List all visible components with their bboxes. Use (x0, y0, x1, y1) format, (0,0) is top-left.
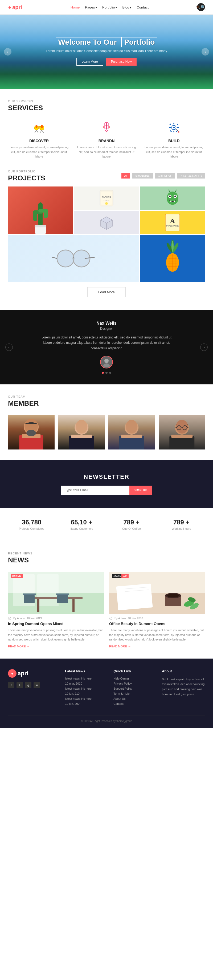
projects-title: PROJECTS (8, 174, 45, 182)
nav-item-portfolio[interactable]: Portfolio (102, 5, 117, 10)
nav-item-blog[interactable]: Blog (122, 5, 131, 10)
newsletter-title: NEWSLETTER (8, 473, 205, 480)
twitter-icon[interactable]: t (16, 682, 23, 688)
search-button[interactable]: 🔍 (197, 3, 205, 11)
footer-link-term[interactable]: Term & Help (114, 692, 157, 695)
footer-link-contact[interactable]: Contact (114, 702, 157, 705)
nav-link-home[interactable]: Home (70, 5, 80, 10)
hero-section: ‹ Welcome To Our Portfolio Lorem ipsum d… (0, 14, 213, 89)
dot-1[interactable] (102, 372, 104, 374)
stat-customers: 65,10 + Happy Customers (58, 519, 106, 530)
filter-branding[interactable]: BRANDING (132, 173, 153, 178)
svg-point-41 (167, 191, 178, 205)
project-item-typography[interactable]: A TYPOGRAPHY (140, 211, 205, 234)
newsletter-form: SIGN UP (61, 485, 152, 495)
project-item-box[interactable] (74, 211, 139, 234)
project-item-sunglasses[interactable] (8, 235, 139, 282)
member-photo-4 (159, 415, 205, 450)
svg-rect-29 (38, 202, 43, 226)
svg-point-19 (173, 127, 175, 129)
service-brandn-name: BRANDN (75, 139, 138, 143)
filter-photography[interactable]: PHOTOGRAPHY (177, 173, 205, 178)
service-discover-name: DISCOVER (8, 139, 70, 143)
news-read-more-1[interactable]: READ MORE (8, 645, 104, 648)
svg-rect-22 (169, 127, 171, 128)
nav-menu: Home Pages Portfolio Blog Contact (70, 5, 149, 10)
hero-prev-button[interactable]: ‹ (4, 48, 11, 56)
facebook-icon[interactable]: f (8, 682, 14, 688)
site-logo[interactable]: ● apri (8, 4, 22, 10)
news-title: NEWS (8, 556, 205, 564)
footer-link-privacy[interactable]: Privacy Policy (114, 682, 157, 685)
hero-next-button[interactable]: › (202, 48, 209, 56)
linkedin-icon[interactable]: in (34, 682, 40, 688)
footer-social: f t g in (8, 682, 60, 688)
footer-news-link-2[interactable]: latest news link here (65, 687, 91, 690)
newsletter-email-input[interactable] (61, 485, 130, 495)
news-image-2: ADMIN WP (109, 572, 205, 614)
footer-link-term-anchor[interactable]: Term & Help (114, 692, 130, 695)
load-more-button[interactable]: Load More (87, 287, 126, 297)
filter-creative[interactable]: CREATIVE (155, 173, 175, 178)
stat-projects-label: Projects Completed (8, 527, 55, 530)
project-item-cactus[interactable] (8, 186, 73, 234)
footer-link-contact-anchor[interactable]: Contact (114, 702, 123, 705)
svg-text:A: A (170, 217, 175, 225)
dot-3[interactable] (109, 372, 111, 374)
svg-point-11 (106, 130, 107, 132)
stats-section: 36,780 Projects Completed 65,10 + Happy … (0, 508, 213, 541)
testimonial-prev-button[interactable]: ‹ (5, 344, 13, 351)
footer-link-help-anchor[interactable]: Help Center (114, 677, 129, 680)
build-icon (166, 119, 182, 135)
newsletter-signup-button[interactable]: SIGN UP (130, 485, 152, 495)
footer-news-date-1: 10 mar. 2010 (65, 682, 108, 685)
dot-2[interactable] (106, 372, 107, 374)
footer-brand-col: ● apri f t g in (8, 669, 60, 707)
project-item-chips[interactable]: PLASTIC LEMON (74, 186, 139, 210)
testimonial-next-button[interactable]: › (200, 344, 208, 351)
learn-more-button[interactable]: Learn More (77, 58, 103, 65)
news-date-1: 18 Nov 2019 (27, 617, 42, 620)
services-title: SERVICES (8, 104, 205, 112)
footer-link-support-anchor[interactable]: Support Policy (114, 687, 132, 690)
news-badge-1: BRAND (11, 574, 22, 578)
team-member-1 (8, 415, 54, 450)
nav-link-portfolio[interactable]: Portfolio (102, 5, 117, 9)
project-item-monster[interactable] (140, 186, 205, 210)
nav-item-home[interactable]: Home (70, 5, 80, 10)
filter-all[interactable]: All (122, 173, 130, 178)
footer-link-support[interactable]: Support Policy (114, 687, 157, 690)
svg-point-44 (169, 196, 171, 197)
testimonial-name: Nax Wells (8, 321, 205, 326)
project-item-pineapple[interactable] (140, 235, 205, 282)
footer-link-about-anchor[interactable]: About Us (114, 697, 125, 700)
news-read-more-2[interactable]: READ MORE (109, 645, 205, 648)
svg-point-45 (175, 196, 176, 197)
footer-news-link-3[interactable]: latest news link here (65, 697, 91, 700)
footer-link-privacy-anchor[interactable]: Privacy Policy (114, 682, 131, 685)
svg-rect-105 (37, 599, 39, 612)
nav-item-contact[interactable]: Contact (136, 5, 149, 10)
footer-news-item-2[interactable]: latest news link here (65, 687, 108, 690)
footer-logo-text: apri (18, 670, 28, 677)
projects-grid: PLASTIC LEMON (8, 186, 205, 282)
svg-line-59 (52, 257, 57, 258)
footer-link-about[interactable]: About Us (114, 697, 157, 700)
footer-news-item-3[interactable]: latest news link here (65, 697, 108, 700)
nav-link-pages[interactable]: Pages (85, 5, 97, 9)
footer-news-link-1[interactable]: latest news link here (65, 677, 91, 680)
nav-link-blog[interactable]: Blog (122, 5, 131, 9)
nav-item-pages[interactable]: Pages (85, 5, 97, 10)
google-icon[interactable]: g (25, 682, 31, 688)
footer-news-list: latest news link here 10 mar. 2010 lates… (65, 677, 108, 705)
footer-link-help[interactable]: Help Center (114, 677, 157, 680)
nav-link-contact[interactable]: Contact (136, 5, 149, 9)
footer-news-item-1[interactable]: latest news link here (65, 677, 108, 680)
stat-coffee-label: Cup Of Coffee (108, 527, 155, 530)
hero-subtitle: Lorem ipsum dolor sit ams Consectet adop… (46, 49, 167, 53)
purchase-now-button[interactable]: Purchase Now (106, 58, 136, 65)
news-item-1: BRAND By Admin 18 Nov 2019 In Spring Dum… (8, 572, 104, 648)
svg-point-77 (103, 363, 110, 368)
team-section: OUR TEAM MEMBER (0, 384, 213, 460)
svg-point-40 (105, 202, 108, 205)
